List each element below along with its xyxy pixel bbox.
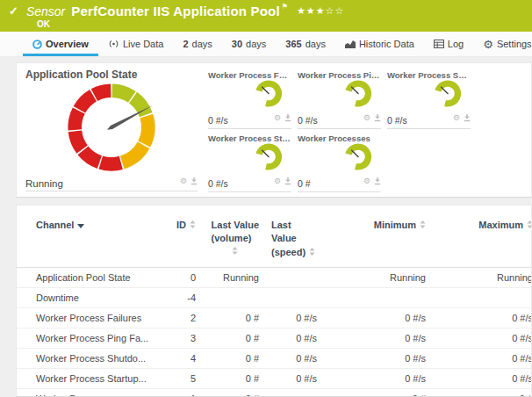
tab-settings[interactable]: ⚙Settings [473,32,532,56]
download-icon[interactable] [191,173,198,189]
table-row-worker-process-shutdo: Worker Process Shutdo...40 #0 #/s0 #/s0 … [17,349,532,369]
cell-last-value-volume: 0 # [208,328,270,349]
gauge-footer-icons: ⚙ [180,173,198,189]
cell-last-value-volume: Running [208,268,270,288]
flag-icon: ⚑ [282,3,288,11]
cell-channel: Downtime [17,288,162,308]
cell-id: 0 [162,268,208,288]
small-gauge-title: Worker Process Ping Failures [298,70,381,80]
tab-label: days [192,39,212,49]
tab-historic-data[interactable]: Historic Data [335,32,424,56]
column-header-label: ID [176,219,196,232]
tab-30-days[interactable]: 30days [222,32,277,56]
small-gauge-value: 0 #/s [208,178,228,189]
small-gauges-grid: Worker Process Failures0 #/s⚙Worker Proc… [208,69,471,191]
log-icon [434,40,444,48]
cell-last-value-volume [208,288,270,308]
cell-channel: Worker Process Failures [17,308,162,328]
gauge-footer-icons: ⚙ [363,110,381,126]
sort-icon[interactable] [190,219,196,232]
gauge-footer-icons: ⚙ [363,173,381,189]
tab-2-days[interactable]: 2days [173,32,221,56]
sort-desc-icon[interactable] [77,219,84,232]
table-row-worker-process-failures: Worker Process Failures20 #0 #/s0 #/s0 #… [17,308,532,328]
cell-maximum [440,288,532,308]
cell-maximum: 0 #/s [440,369,532,389]
cell-maximum: 0 # [440,389,532,397]
table-row-worker-process-ping-fa: Worker Process Ping Fa...30 #0 #/s0 #/s0… [17,328,532,349]
main-gauge-cell: Application Pool State Running ⚙ [25,69,198,191]
main-gauge-footer: Running ⚙ [25,173,198,191]
gear-icon[interactable]: ⚙ [180,177,187,185]
tab-number: 30 [232,39,242,49]
cell-last-value-volume: 0 # [208,308,270,328]
download-icon[interactable] [374,110,381,126]
channels-table-head: ChannelIDLast Value(volume)Last Value(sp… [17,206,532,268]
small-gauge-worker-processes: Worker Processes0 #⚙ [298,134,381,192]
cell-channel: Worker Process Startup... [17,369,162,389]
column-header-label: Last Value(volume) [212,219,259,256]
channels-table-panel: ChannelIDLast Value(volume)Last Value(sp… [16,205,532,397]
column-header-id[interactable]: ID [162,206,208,268]
column-header-maximum[interactable]: Maximum [440,206,532,268]
sort-icon[interactable] [212,247,259,256]
channels-table: ChannelIDLast Value(volume)Last Value(sp… [17,206,532,397]
small-gauge-value: 0 #/s [208,115,228,126]
tab-log[interactable]: Log [424,32,473,56]
gauge-footer-icons: ⚙ [274,173,291,189]
sort-icon[interactable] [309,246,315,259]
cell-last-value-speed: 0 #/s [270,308,326,328]
sensor-header-row: ✓ Sensor PerfCounter IIS Application Poo… [9,4,525,18]
column-header-channel[interactable]: Channel [17,206,162,268]
small-gauge-arc [344,143,372,170]
gear-icon[interactable]: ⚙ [363,177,370,185]
priority-stars[interactable]: ★★★☆☆ [297,5,344,17]
cell-minimum [326,288,440,308]
gear-icon[interactable]: ⚙ [363,114,370,122]
download-icon[interactable] [284,110,291,126]
cell-id: 3 [162,328,208,349]
cell-channel: Application Pool State [17,268,162,288]
download-icon[interactable] [464,110,471,126]
cell-last-value-speed: 0 #/s [270,328,326,349]
small-gauge-value: 0 #/s [387,115,407,126]
tab-365-days[interactable]: 365days [276,32,335,56]
cell-id: 5 [162,369,208,389]
tab-label: Historic Data [359,39,414,49]
small-gauge-value: 0 # [298,178,311,189]
main-gauge-title: Application Pool State [25,69,198,81]
column-header-label: Maximum [478,219,532,232]
cell-last-value-volume: 0 # [208,369,270,389]
cell-minimum: 0 #/s [326,349,440,369]
column-header-label: Channel [36,219,84,232]
gear-icon: ⚙ [483,39,493,50]
column-header-last-value-volume[interactable]: Last Value(volume) [208,206,270,268]
tab-label: Log [448,39,464,49]
application-pool-state-gauge [62,82,161,173]
column-header-last-value-speed[interactable]: Last Value(speed) [270,206,326,268]
sort-icon[interactable] [420,219,426,232]
sensor-kind-label: Sensor [26,4,65,18]
cell-minimum: 0 #/s [326,369,440,389]
download-icon[interactable] [284,173,291,189]
gear-icon[interactable]: ⚙ [453,114,460,122]
channels-table-body: Application Pool State0RunningRunningRun… [17,268,532,397]
sort-icon[interactable] [527,219,532,232]
cell-last-value-speed [270,268,326,288]
star-empty-icons[interactable]: ☆☆ [326,5,345,16]
small-gauge-value: 0 #/s [298,115,318,126]
cell-maximum: Running [440,268,532,288]
download-icon[interactable] [374,173,381,189]
small-gauge-title: Worker Process Shutdown Fa... [387,70,471,80]
tab-live-data[interactable]: Live Data [98,32,173,56]
gear-icon[interactable]: ⚙ [274,114,281,122]
gear-icon[interactable]: ⚙ [274,177,281,185]
cell-minimum: 0 # [326,389,440,397]
column-header-minimum[interactable]: Minimum [326,206,440,268]
tab-label: Settings [497,39,532,49]
table-row-worker-process-startup: Worker Process Startup...50 #0 #/s0 #/s0… [17,369,532,389]
small-gauge-arc [344,80,372,107]
tab-overview[interactable]: Overview [23,32,98,56]
tab-label: Overview [46,39,89,49]
star-filled-icons[interactable]: ★★★ [297,5,326,16]
